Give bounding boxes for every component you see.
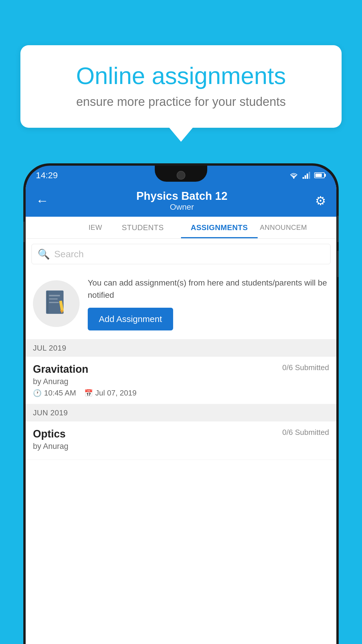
assignment-status-optics: 0/6 Submitted xyxy=(282,428,329,437)
speech-bubble: Online assignments ensure more practice … xyxy=(20,45,342,128)
assignment-optics[interactable]: Optics 0/6 Submitted by Anurag xyxy=(26,421,336,460)
battery-icon xyxy=(314,172,325,178)
svg-rect-6 xyxy=(47,291,48,313)
assignment-by-optics: by Anurag xyxy=(33,442,329,451)
section-header-jul: JUL 2019 xyxy=(26,340,336,357)
signal-icon xyxy=(303,172,311,179)
clock-icon: 🕐 xyxy=(33,389,42,397)
phone-frame: 14:29 xyxy=(23,163,339,644)
assignment-name-gravitation: Gravitation xyxy=(33,363,88,375)
search-container: 🔍 Search xyxy=(26,239,336,270)
add-assignment-button[interactable]: Add Assignment xyxy=(88,308,173,330)
owner-label: Owner xyxy=(136,202,228,212)
wifi-icon xyxy=(289,172,299,179)
svg-rect-3 xyxy=(307,174,308,179)
tab-assignments[interactable]: ASSIGNMENTS xyxy=(181,217,258,238)
search-placeholder: Search xyxy=(54,249,84,260)
svg-rect-1 xyxy=(303,177,304,179)
assignment-by-gravitation: by Anurag xyxy=(33,377,329,386)
app-content: ← Physics Batch 12 Owner ⚙ IEW STUDENTS … xyxy=(26,185,336,644)
assignment-row-top-optics: Optics 0/6 Submitted xyxy=(33,428,329,440)
status-time: 14:29 xyxy=(36,170,58,180)
app-header: ← Physics Batch 12 Owner ⚙ xyxy=(26,185,336,217)
assignment-name-optics: Optics xyxy=(33,428,66,440)
settings-button[interactable]: ⚙ xyxy=(315,194,326,208)
info-card: You can add assignment(s) from here and … xyxy=(26,270,336,340)
section-header-jun: JUN 2019 xyxy=(26,404,336,421)
svg-point-0 xyxy=(293,178,294,179)
assignment-row-top: Gravitation 0/6 Submitted xyxy=(33,363,329,375)
volume-button xyxy=(23,222,25,242)
assignment-gravitation[interactable]: Gravitation 0/6 Submitted by Anurag 🕐 10… xyxy=(26,357,336,404)
svg-rect-9 xyxy=(49,302,59,303)
bubble-subtitle: ensure more practice for your students xyxy=(44,95,318,109)
bubble-title: Online assignments xyxy=(44,63,318,89)
tabs-bar: IEW STUDENTS ASSIGNMENTS ANNOUNCEM xyxy=(26,217,336,239)
tab-iew[interactable]: IEW xyxy=(26,217,105,238)
info-text-block: You can add assignment(s) from here and … xyxy=(88,277,329,330)
header-title-block: Physics Batch 12 Owner xyxy=(136,190,228,212)
status-icons xyxy=(289,172,325,179)
tab-announcements[interactable]: ANNOUNCEM xyxy=(258,217,337,238)
power-button xyxy=(337,216,339,242)
volume-down-button xyxy=(337,251,339,277)
notebook-icon xyxy=(43,289,69,318)
assignment-time-gravitation: 🕐 10:45 AM xyxy=(33,388,76,398)
assignment-icon-circle xyxy=(33,280,80,327)
camera-dot xyxy=(177,171,185,180)
svg-rect-8 xyxy=(49,298,58,300)
batch-title: Physics Batch 12 xyxy=(136,190,228,202)
assignment-meta-gravitation: 🕐 10:45 AM 📅 Jul 07, 2019 xyxy=(33,388,329,398)
svg-rect-7 xyxy=(49,295,60,296)
calendar-icon: 📅 xyxy=(84,389,93,397)
speech-bubble-container: Online assignments ensure more practice … xyxy=(20,45,342,128)
phone-inner: 14:29 xyxy=(26,166,336,644)
tab-students[interactable]: STUDENTS xyxy=(105,217,181,238)
search-icon: 🔍 xyxy=(38,248,50,260)
svg-rect-4 xyxy=(309,172,310,179)
assignment-date-gravitation: 📅 Jul 07, 2019 xyxy=(84,388,137,398)
phone-notch xyxy=(155,166,207,182)
back-button[interactable]: ← xyxy=(36,193,49,208)
svg-rect-2 xyxy=(305,175,306,179)
info-description: You can add assignment(s) from here and … xyxy=(88,277,329,301)
search-bar[interactable]: 🔍 Search xyxy=(31,244,331,264)
assignment-status-gravitation: 0/6 Submitted xyxy=(282,363,329,372)
